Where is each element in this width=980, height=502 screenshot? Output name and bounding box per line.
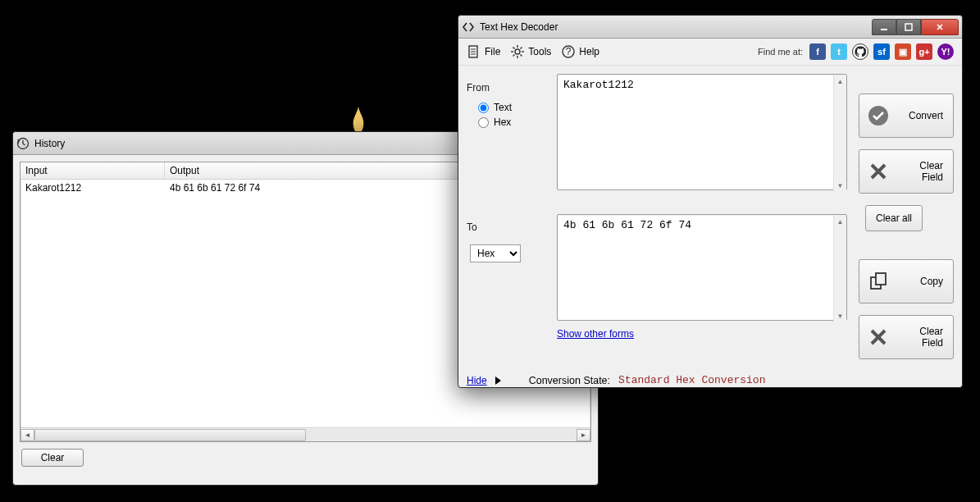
show-other-forms-link[interactable]: Show other forms (557, 328, 634, 340)
minimize-button[interactable] (872, 19, 896, 35)
left-column: From Text Hex To Hex (467, 74, 545, 361)
help-icon: ? (561, 44, 576, 59)
decoder-window: Text Hex Decoder File Tools ? Help Find … (458, 15, 963, 388)
input-textarea-wrap: Kakarot1212 ▲ ▼ (557, 74, 847, 193)
svg-text:?: ? (566, 46, 572, 57)
menu-help-label: Help (579, 46, 599, 57)
github-icon[interactable] (852, 43, 868, 60)
menu-file-label: File (485, 46, 500, 57)
output-textarea-wrap: 4b 61 6b 61 72 6f 74 ▲ ▼ (557, 214, 847, 323)
find-me-label: Find me at: (758, 47, 803, 57)
maximize-button[interactable] (896, 19, 921, 35)
output-textarea[interactable]: 4b 61 6b 61 72 6f 74 (557, 214, 847, 321)
app-icon (462, 21, 475, 34)
decoder-title: Text Hex Decoder (480, 21, 558, 33)
from-label: From (467, 82, 545, 94)
scroll-left-arrow[interactable]: ◄ (21, 429, 34, 441)
triangle-right-icon[interactable] (495, 376, 501, 385)
hide-link[interactable]: Hide (467, 375, 487, 386)
svg-point-7 (515, 49, 520, 54)
input-scrollbar[interactable]: ▲ ▼ (833, 75, 846, 192)
from-hex-radio-input[interactable] (478, 117, 489, 128)
history-icon (16, 137, 30, 150)
file-icon (467, 44, 481, 59)
yahoo-icon[interactable]: Y! (937, 43, 954, 60)
middle-column: Kakarot1212 ▲ ▼ 4b 61 6b 61 72 6f 74 ▲ ▼… (557, 74, 847, 361)
x-icon (868, 326, 889, 348)
menu-tools[interactable]: Tools (510, 44, 551, 59)
facebook-icon[interactable]: f (809, 43, 826, 60)
status-bar: Hide Conversion State: Standard Hex Conv… (458, 369, 962, 388)
sourceforge-icon[interactable]: sf (873, 43, 890, 60)
x-icon (868, 161, 889, 182)
clear-all-button[interactable]: Clear all (865, 205, 923, 231)
to-format-select[interactable]: Hex (470, 244, 521, 262)
svg-line-12 (513, 48, 515, 49)
output-scrollbar[interactable]: ▲ ▼ (833, 215, 846, 322)
check-icon (868, 105, 889, 126)
scroll-down-arrow[interactable]: ▼ (834, 309, 846, 322)
scroll-down-arrow[interactable]: ▼ (834, 179, 846, 192)
menu-tools-label: Tools (528, 46, 551, 57)
menu-bar: File Tools ? Help Find me at: f t sf ▣ g… (458, 39, 962, 66)
clear-all-button-label: Clear all (876, 212, 912, 224)
conversion-state-value: Standard Hex Conversion (618, 374, 765, 386)
clear-field-button[interactable]: Clear Field (859, 149, 954, 194)
menu-help[interactable]: ? Help (561, 44, 599, 59)
history-horizontal-scrollbar[interactable]: ◄ ► (21, 427, 590, 441)
twitter-icon[interactable]: t (831, 43, 847, 60)
clear-field2-button[interactable]: Clear Field (859, 315, 954, 359)
window-controls (872, 19, 959, 35)
decoder-titlebar[interactable]: Text Hex Decoder (458, 16, 962, 39)
svg-line-15 (513, 55, 515, 57)
convert-button[interactable]: Convert (859, 94, 954, 138)
decoder-content: From Text Hex To Hex Kakarot1212 ▲ ▼ (458, 66, 962, 369)
from-text-radio[interactable]: Text (478, 102, 545, 113)
to-label: To (467, 221, 545, 233)
find-me-section: Find me at: f t sf ▣ g+ Y! (758, 43, 954, 60)
svg-line-13 (521, 55, 522, 57)
scroll-thumb[interactable] (34, 429, 306, 441)
scroll-right-arrow[interactable]: ► (577, 429, 590, 441)
copy-button-label: Copy (897, 276, 945, 287)
history-clear-button[interactable]: Clear (21, 449, 84, 467)
from-text-radio-input[interactable] (478, 103, 489, 113)
close-button[interactable] (921, 19, 959, 35)
svg-rect-2 (905, 24, 912, 30)
svg-point-18 (868, 106, 888, 126)
history-cell-input: Kakarot1212 (21, 180, 165, 196)
history-title: History (34, 138, 65, 149)
conversion-state-label: Conversion State: (529, 375, 610, 386)
clear-field2-button-label: Clear Field (897, 326, 945, 349)
clear-field-button-label: Clear Field (897, 160, 945, 183)
svg-rect-1 (881, 29, 887, 30)
from-text-radio-label: Text (494, 102, 512, 113)
convert-button-label: Convert (897, 110, 945, 121)
gear-icon (510, 44, 525, 59)
copy-button[interactable]: Copy (859, 259, 954, 303)
right-column: Convert Clear Field Clear all Copy Clear… (859, 74, 954, 361)
scroll-track[interactable] (34, 429, 577, 441)
from-hex-radio[interactable]: Hex (478, 116, 545, 128)
svg-line-14 (521, 48, 522, 49)
input-textarea[interactable]: Kakarot1212 (557, 74, 847, 190)
googleplus-icon[interactable]: g+ (916, 43, 932, 60)
from-hex-radio-label: Hex (494, 116, 511, 128)
history-footer: Clear (20, 442, 591, 468)
scroll-up-arrow[interactable]: ▲ (834, 215, 846, 228)
history-col-input[interactable]: Input (21, 162, 165, 179)
scroll-up-arrow[interactable]: ▲ (834, 75, 846, 88)
svg-rect-20 (876, 273, 886, 285)
softpedia-icon[interactable]: ▣ (895, 43, 911, 60)
menu-file[interactable]: File (467, 44, 500, 59)
copy-icon (868, 271, 889, 292)
